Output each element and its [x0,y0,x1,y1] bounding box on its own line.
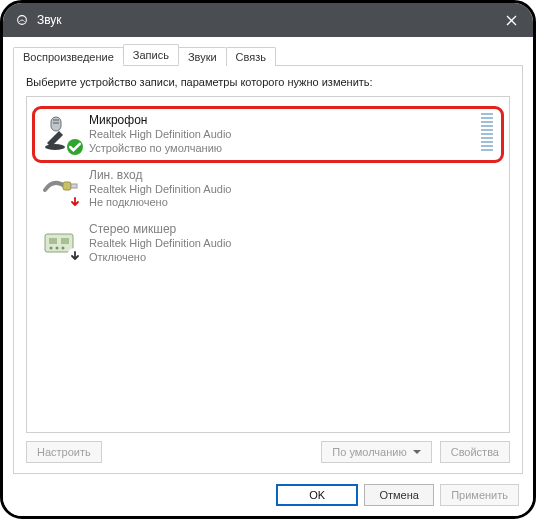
device-status: Устройство по умолчанию [89,142,231,156]
configure-button[interactable]: Настроить [26,441,102,463]
device-list[interactable]: Микрофон Realtek High Definition Audio У… [26,96,510,433]
tab-recording[interactable]: Запись [123,44,179,65]
properties-button[interactable]: Свойства [440,441,510,463]
ok-button[interactable]: OK [276,484,358,506]
status-unplugged-icon [67,194,83,210]
svg-rect-2 [53,119,59,121]
tab-playback[interactable]: Воспроизведение [13,47,124,66]
device-driver: Realtek High Definition Audio [89,183,231,197]
tab-page-recording: Выберите устройство записи, параметры ко… [13,65,523,474]
device-item-stereo-mix[interactable]: Стерео микшер Realtek High Definition Au… [33,216,503,271]
set-default-button[interactable]: По умолчанию [321,441,431,463]
close-icon [506,15,517,26]
cancel-button[interactable]: Отмена [364,484,434,506]
app-icon [15,13,29,27]
mixer-icon [41,222,81,262]
dialog-button-row: OK Отмена Применить [13,474,523,506]
close-button[interactable] [489,3,533,37]
level-meter [481,113,493,151]
sound-dialog-window: Звук Воспроизведение Запись Звуки Связь … [0,0,536,519]
device-status: Не подключено [89,196,231,210]
titlebar: Звук [3,3,533,37]
device-status: Отключено [89,251,231,265]
tab-button-row: Настроить По умолчанию Свойства [26,441,510,463]
device-item-line-in[interactable]: Лин. вход Realtek High Definition Audio … [33,162,503,217]
tab-strip: Воспроизведение Запись Звуки Связь [13,43,523,65]
svg-point-12 [56,247,59,250]
tab-communications[interactable]: Связь [226,47,276,66]
svg-rect-3 [53,122,59,124]
device-driver: Realtek High Definition Audio [89,128,231,142]
svg-point-11 [50,247,53,250]
device-name: Стерео микшер [89,222,231,237]
device-driver: Realtek High Definition Audio [89,237,231,251]
svg-rect-9 [49,238,57,244]
device-name: Микрофон [89,113,231,128]
client-area: Воспроизведение Запись Звуки Связь Выбер… [3,37,533,516]
svg-point-4 [45,144,65,150]
status-disabled-icon [67,248,83,264]
instruction-text: Выберите устройство записи, параметры ко… [26,76,510,88]
line-in-icon [41,168,81,208]
device-item-microphone[interactable]: Микрофон Realtek High Definition Audio У… [33,107,503,162]
apply-button[interactable]: Применить [440,484,519,506]
status-check-icon [67,139,83,155]
microphone-icon [41,113,81,153]
window-title: Звук [37,13,489,27]
svg-point-13 [62,247,65,250]
device-name: Лин. вход [89,168,231,183]
tab-sounds[interactable]: Звуки [178,47,227,66]
